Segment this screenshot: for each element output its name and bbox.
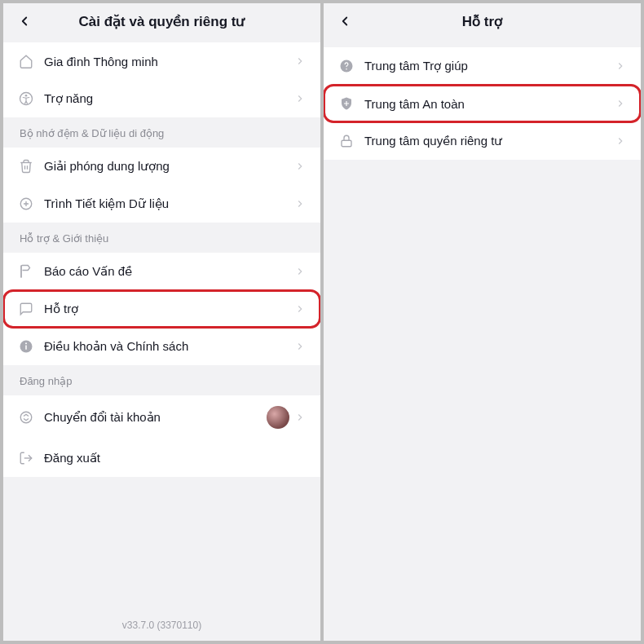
settings-screen: Cài đặt và quyền riêng tư Gia đình Thông…: [3, 3, 320, 641]
avatar: [267, 406, 289, 429]
item-label: Hỗ trợ: [44, 302, 294, 316]
item-data-saver[interactable]: Trình Tiết kiệm Dữ liệu: [3, 185, 320, 223]
chat-icon: [18, 301, 34, 317]
item-label: Giải phóng dung lượng: [44, 159, 294, 174]
item-switch-account[interactable]: Chuyển đổi tài khoản: [3, 395, 320, 439]
chevron-right-icon: [294, 412, 306, 423]
item-label: Trung tâm quyền riêng tư: [364, 134, 615, 148]
switch-account-icon: [18, 409, 34, 426]
chevron-right-icon: [615, 60, 626, 72]
chevron-right-icon: [615, 135, 626, 147]
section-login: Đăng nhập: [3, 365, 320, 395]
header-right: Hỗ trợ: [324, 3, 641, 42]
item-label: Điều khoản và Chính sách: [44, 339, 294, 354]
item-logout[interactable]: Đăng xuất: [3, 439, 320, 477]
svg-point-6: [25, 342, 27, 344]
section-cache: Bộ nhớ đệm & Dữ liệu di động: [3, 117, 320, 148]
item-label: Trung tâm An toàn: [364, 97, 615, 111]
chevron-right-icon: [294, 266, 306, 277]
info-icon: [18, 338, 34, 355]
svg-point-10: [346, 68, 347, 70]
chevron-right-icon: [615, 98, 626, 109]
item-privacy-center[interactable]: Trung tâm quyền riêng tư: [324, 122, 641, 160]
chevron-right-icon: [294, 93, 306, 104]
svg-point-7: [20, 412, 32, 423]
page-title: Cài đặt và quyền riêng tư: [15, 13, 309, 30]
svg-point-1: [25, 95, 28, 97]
item-label: Trợ năng: [44, 91, 294, 106]
group-cache: Giải phóng dung lượng Trình Tiết kiệm Dữ…: [3, 148, 320, 223]
item-label: Trung tâm Trợ giúp: [364, 59, 615, 73]
group-general: Gia đình Thông minh Trợ năng: [3, 42, 320, 117]
chevron-right-icon: [294, 161, 306, 172]
group-support-items: Trung tâm Trợ giúp Trung tâm An toàn Tru…: [324, 47, 641, 160]
item-label: Báo cáo Vấn đề: [44, 264, 294, 279]
chevron-right-icon: [294, 198, 306, 210]
support-screen: Hỗ trợ Trung tâm Trợ giúp Trung tâm An t…: [324, 3, 641, 641]
lock-icon: [338, 133, 355, 149]
item-report-problem[interactable]: Báo cáo Vấn đề: [3, 253, 320, 290]
chevron-right-icon: [294, 341, 306, 352]
item-label: Đăng xuất: [44, 451, 306, 465]
chevron-right-icon: [294, 303, 306, 315]
trash-icon: [18, 158, 34, 174]
item-accessibility[interactable]: Trợ năng: [3, 80, 320, 117]
group-support: Báo cáo Vấn đề Hỗ trợ Điều khoản và Chín…: [3, 253, 320, 365]
item-safety-center[interactable]: Trung tâm An toàn: [324, 85, 641, 122]
item-help-center[interactable]: Trung tâm Trợ giúp: [324, 47, 641, 85]
item-terms-policies[interactable]: Điều khoản và Chính sách: [3, 328, 320, 365]
item-label: Trình Tiết kiệm Dữ liệu: [44, 196, 294, 211]
logout-icon: [18, 450, 34, 466]
datasaver-icon: [18, 196, 34, 212]
chevron-right-icon: [294, 55, 306, 67]
item-label: Gia đình Thông minh: [44, 55, 294, 68]
flag-icon: [18, 263, 34, 280]
item-free-space[interactable]: Giải phóng dung lượng: [3, 148, 320, 185]
header-left: Cài đặt và quyền riêng tư: [3, 3, 320, 42]
item-smart-family[interactable]: Gia đình Thông minh: [3, 42, 320, 80]
page-title: Hỗ trợ: [335, 13, 629, 30]
svg-rect-11: [342, 140, 351, 147]
section-support: Hỗ trợ & Giới thiệu: [3, 223, 320, 253]
home-icon: [18, 53, 34, 69]
item-label: Chuyển đổi tài khoản: [44, 410, 267, 425]
accessibility-icon: [18, 90, 34, 107]
help-icon: [338, 58, 355, 74]
group-login: Chuyển đổi tài khoản Đăng xuất: [3, 395, 320, 477]
item-support[interactable]: Hỗ trợ: [3, 290, 320, 328]
svg-rect-5: [25, 346, 27, 350]
shield-icon: [338, 95, 355, 112]
version-label: v33.7.0 (3370110): [3, 605, 320, 641]
